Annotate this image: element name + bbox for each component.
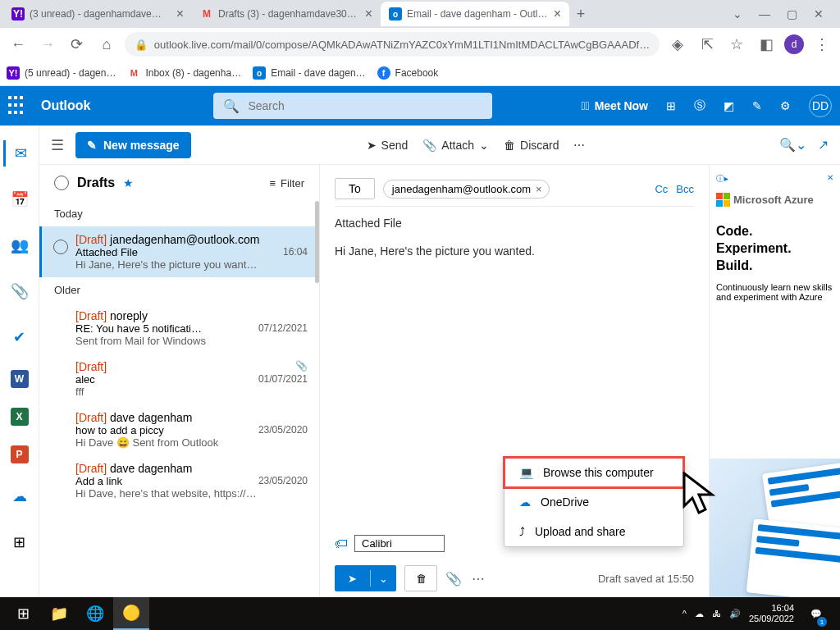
favorite-star-icon[interactable]: ★ xyxy=(123,176,134,189)
msg-subject: Attached File xyxy=(75,246,283,258)
kebab-menu-icon[interactable]: ⋮ xyxy=(810,33,833,56)
message-item[interactable]: [Draft] dave dagenham Add a link23/05/20… xyxy=(39,455,319,506)
bookmark-item[interactable]: f Facebook xyxy=(377,66,439,80)
profile-avatar[interactable]: d xyxy=(784,34,804,54)
msg-subject: alec xyxy=(75,373,258,386)
attach-button[interactable]: 📎Attach⌄ xyxy=(422,139,489,152)
paperclip-icon[interactable]: 📎 xyxy=(445,571,462,587)
bcc-button[interactable]: Bcc xyxy=(676,183,694,195)
attach-upload-share[interactable]: ⤴ Upload and share xyxy=(504,517,683,546)
remove-recipient-icon[interactable]: × xyxy=(536,183,542,195)
browser-tab[interactable]: Y! (3 unread) - dagenhamdave@ya × xyxy=(3,2,192,26)
search-input[interactable] xyxy=(248,99,482,112)
select-all-checkbox[interactable] xyxy=(54,176,69,190)
close-icon[interactable]: × xyxy=(554,7,561,21)
more-actions-button[interactable]: ⋯ xyxy=(573,139,585,152)
edge-icon[interactable]: 🌐 xyxy=(77,597,113,630)
browser-tab[interactable]: M Drafts (3) - dagenhamdave30@g × xyxy=(192,2,381,26)
app-launcher-icon[interactable] xyxy=(8,96,28,116)
clock[interactable]: 16:04 25/09/2022 xyxy=(749,603,794,624)
send-button[interactable]: ➤Send xyxy=(367,139,409,152)
browser-tab[interactable]: o Email - dave dagenham - Outlook × xyxy=(381,2,569,26)
ad-image[interactable] xyxy=(710,459,840,598)
bookmark-item[interactable]: o Email - dave dagen… xyxy=(253,66,365,80)
home-button[interactable]: ⌂ xyxy=(95,33,118,56)
more-icon[interactable]: ⋯ xyxy=(472,571,485,587)
close-window-icon[interactable]: ✕ xyxy=(814,7,824,21)
rail-more-apps[interactable]: ⊞ xyxy=(3,529,36,555)
popout-button[interactable]: ↗ xyxy=(818,137,829,153)
back-button[interactable]: ← xyxy=(7,33,30,56)
rail-calendar[interactable]: 📅 xyxy=(3,186,36,212)
teams-icon[interactable]: ⊞ xyxy=(666,99,676,112)
discard-button[interactable]: 🗑Discard xyxy=(504,139,559,152)
font-select[interactable] xyxy=(354,535,445,552)
command-bar: ☰ ✎ New message ➤Send 📎Attach⌄ 🗑Discard … xyxy=(39,126,840,165)
brand-label[interactable]: Outlook xyxy=(41,98,90,113)
attach-browse-computer[interactable]: 💻 Browse this computer xyxy=(504,458,683,487)
minimize-icon[interactable]: — xyxy=(759,7,770,21)
filter-button[interactable]: ≡Filter xyxy=(270,177,304,189)
file-explorer-icon[interactable]: 📁 xyxy=(41,597,77,630)
message-item[interactable]: [Draft] dave dagenham how to add a piccy… xyxy=(39,404,319,455)
outlook-icon: o xyxy=(389,7,402,21)
new-message-button[interactable]: ✎ New message xyxy=(75,132,191,158)
new-tab-button[interactable]: + xyxy=(569,6,592,23)
tray-chevron-icon[interactable]: ^ xyxy=(682,609,687,619)
recipient-pill[interactable]: janedagenham@outlook.com × xyxy=(383,180,550,199)
rail-people[interactable]: 👥 xyxy=(3,232,36,258)
account-avatar[interactable]: DD xyxy=(809,94,832,117)
settings-icon[interactable]: ⚙ xyxy=(780,99,791,112)
rail-mail[interactable]: ✉ xyxy=(3,140,36,167)
subject-field[interactable]: Attached File xyxy=(335,207,694,240)
hamburger-icon[interactable]: ☰ xyxy=(51,136,64,154)
extensions-icon[interactable]: ◧ xyxy=(755,33,778,56)
reload-button[interactable]: ⟳ xyxy=(66,33,89,56)
maximize-icon[interactable]: ▢ xyxy=(787,7,797,21)
rail-excel[interactable]: X xyxy=(11,408,29,426)
send-button-primary[interactable]: ➤ ⌄ xyxy=(335,565,396,591)
rail-files[interactable]: 📎 xyxy=(3,278,36,304)
to-button[interactable]: To xyxy=(335,178,375,199)
select-checkbox[interactable] xyxy=(53,240,68,254)
action-center-icon[interactable]: 💬1 xyxy=(802,597,830,630)
app-rail: ✉ 📅 👥 📎 ✔ W X P ☁ ⊞ xyxy=(0,126,39,598)
whats-new-icon[interactable]: ✎ xyxy=(752,99,762,112)
message-item[interactable]: [Draft] 📎 alec01/07/2021 fff xyxy=(39,354,319,404)
rail-todo[interactable]: ✔ xyxy=(3,324,36,350)
address-bar[interactable]: 🔒 outlook.live.com/mail/0/compose/AQMkAD… xyxy=(125,32,660,57)
start-button[interactable]: ⊞ xyxy=(5,597,41,630)
scrollbar-thumb[interactable] xyxy=(315,201,319,283)
star-icon[interactable]: ☆ xyxy=(725,33,748,56)
chrome-icon[interactable]: 🟡 xyxy=(113,597,149,630)
message-item[interactable]: [Draft] noreply RE: You have 5 notificat… xyxy=(39,303,319,354)
bookmark-item[interactable]: Y! (5 unread) - dagen… xyxy=(7,66,116,80)
skype-icon[interactable]: Ⓢ xyxy=(694,98,705,113)
close-icon[interactable]: × xyxy=(176,7,184,21)
send-options-caret[interactable]: ⌄ xyxy=(371,573,396,585)
volume-icon[interactable]: 🔊 xyxy=(729,609,741,619)
format-painter-icon[interactable]: 🏷 xyxy=(335,536,348,551)
eye-icon[interactable]: ◈ xyxy=(666,33,689,56)
rail-powerpoint[interactable]: P xyxy=(11,445,29,463)
zoom-button[interactable]: 🔍⌄ xyxy=(779,137,806,153)
discard-draft-button[interactable]: 🗑 xyxy=(404,565,437,591)
ad-close-icon[interactable]: ✕ xyxy=(827,173,833,185)
bookmark-item[interactable]: M Inbox (8) - dagenha… xyxy=(127,66,241,80)
meet-now-button[interactable]: ▶⃞Meet Now xyxy=(581,99,648,112)
rail-word[interactable]: W xyxy=(11,370,29,388)
search-box[interactable]: 🔍 xyxy=(213,93,492,119)
onedrive-tray-icon[interactable]: ☁ xyxy=(695,609,704,619)
close-icon[interactable]: × xyxy=(365,7,372,21)
ad-info-icon[interactable]: ⓘ▸ xyxy=(716,173,728,185)
chevron-down-icon[interactable]: ⌄ xyxy=(733,7,742,21)
message-item[interactable]: [Draft] janedagenham@outlook.com Attache… xyxy=(39,226,319,277)
attach-onedrive[interactable]: ☁ OneDrive xyxy=(504,487,683,517)
share-icon[interactable]: ⇱ xyxy=(696,33,719,56)
url-text: outlook.live.com/mail/0/compose/AQMkADAw… xyxy=(154,39,650,51)
network-icon[interactable]: 🖧 xyxy=(712,609,721,619)
outlook-premium-icon[interactable]: ◩ xyxy=(724,99,734,112)
rail-onedrive[interactable]: ☁ xyxy=(3,483,36,509)
ad-headline: Code. Experiment. Build. xyxy=(716,223,833,274)
cc-button[interactable]: Cc xyxy=(655,183,668,195)
